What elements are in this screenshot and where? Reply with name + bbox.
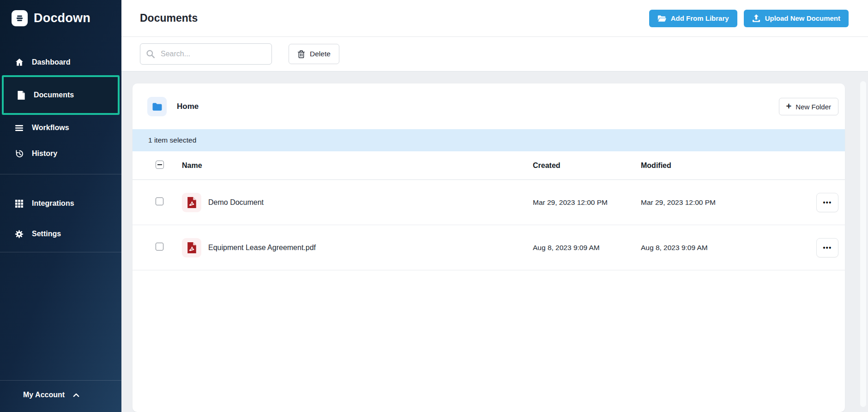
modified-date: Aug 8, 2023 9:09 AM bbox=[641, 244, 816, 252]
sidebar-item-label: History bbox=[32, 149, 57, 158]
sidebar-nav: Dashboard Documents bbox=[0, 49, 121, 252]
header-actions: Add From Library Upload New Document bbox=[649, 10, 849, 27]
sidebar-divider bbox=[0, 174, 121, 174]
delete-button-label: Delete bbox=[310, 50, 331, 58]
column-header-name[interactable]: Name bbox=[182, 161, 533, 170]
active-item-highlight: Documents bbox=[2, 75, 120, 115]
grid-icon bbox=[14, 199, 24, 209]
scrollbar[interactable] bbox=[860, 81, 867, 407]
upload-icon bbox=[752, 14, 760, 22]
ellipsis-icon: ••• bbox=[823, 199, 832, 206]
plus-icon: + bbox=[786, 102, 792, 111]
sidebar-item-label: Documents bbox=[34, 91, 74, 99]
sidebar-item-label: Workflows bbox=[32, 124, 69, 132]
list-icon bbox=[14, 123, 24, 133]
my-account-button[interactable]: My Account bbox=[0, 380, 121, 412]
sidebar-divider bbox=[0, 252, 121, 252]
column-header-modified[interactable]: Modified bbox=[641, 161, 816, 170]
home-icon bbox=[14, 58, 24, 67]
app-logo[interactable]: Docdown bbox=[0, 0, 121, 26]
table-row[interactable]: Equipment Lease Agreement.pdf Aug 8, 202… bbox=[133, 225, 845, 270]
chevron-up-icon bbox=[73, 393, 79, 397]
page-header: Documents Add From Library bbox=[121, 0, 868, 37]
select-all-checkbox[interactable] bbox=[156, 161, 164, 169]
content-area: Home + New Folder 1 item selected Name C… bbox=[121, 72, 868, 412]
new-folder-label: New Folder bbox=[796, 103, 831, 111]
table-header-row: Name Created Modified bbox=[133, 151, 845, 180]
panel-header: Home + New Folder bbox=[133, 84, 845, 129]
row-actions-button[interactable]: ••• bbox=[816, 193, 838, 212]
modified-date: Mar 29, 2023 12:00 PM bbox=[641, 198, 816, 207]
search-box bbox=[140, 43, 272, 65]
pdf-file-icon bbox=[182, 193, 201, 212]
main-area: Documents Add From Library bbox=[121, 0, 868, 412]
breadcrumb[interactable]: Home bbox=[147, 97, 199, 116]
document-name[interactable]: Demo Document bbox=[208, 198, 533, 207]
add-from-library-button[interactable]: Add From Library bbox=[649, 10, 737, 27]
table-row[interactable]: Demo Document Mar 29, 2023 12:00 PM Mar … bbox=[133, 180, 845, 225]
document-name[interactable]: Equipment Lease Agreement.pdf bbox=[208, 244, 533, 252]
history-icon bbox=[14, 149, 24, 159]
created-date: Mar 29, 2023 12:00 PM bbox=[533, 198, 641, 207]
sidebar-item-documents[interactable]: Documents bbox=[4, 77, 118, 113]
sidebar-item-settings[interactable]: Settings bbox=[0, 219, 121, 249]
documents-panel: Home + New Folder 1 item selected Name C… bbox=[133, 84, 845, 412]
created-date: Aug 8, 2023 9:09 AM bbox=[533, 244, 641, 252]
pdf-file-icon bbox=[182, 238, 201, 257]
sidebar-item-workflows[interactable]: Workflows bbox=[0, 115, 121, 141]
add-from-library-label: Add From Library bbox=[671, 14, 729, 22]
app-root: Docdown Dashboard bbox=[0, 0, 868, 412]
folder-icon bbox=[147, 97, 167, 116]
new-folder-button[interactable]: + New Folder bbox=[779, 98, 838, 115]
docdown-logo-icon bbox=[12, 10, 28, 26]
sidebar-item-label: Integrations bbox=[32, 199, 74, 208]
folder-open-icon bbox=[657, 15, 666, 22]
app-name: Docdown bbox=[34, 11, 90, 25]
sidebar-item-integrations[interactable]: Integrations bbox=[0, 188, 121, 219]
current-folder-name: Home bbox=[177, 102, 199, 111]
row-actions-button[interactable]: ••• bbox=[816, 238, 838, 257]
sidebar-item-label: Dashboard bbox=[32, 58, 71, 66]
row-checkbox[interactable] bbox=[156, 243, 163, 251]
sidebar-item-history[interactable]: History bbox=[0, 141, 121, 167]
gear-icon bbox=[14, 229, 24, 239]
toolbar: Delete bbox=[121, 37, 868, 72]
trash-icon bbox=[297, 50, 305, 59]
document-icon bbox=[16, 90, 26, 100]
sidebar-item-dashboard[interactable]: Dashboard bbox=[0, 49, 121, 75]
page-title: Documents bbox=[140, 12, 198, 24]
delete-button[interactable]: Delete bbox=[289, 44, 339, 64]
my-account-label: My Account bbox=[23, 391, 65, 399]
upload-new-document-button[interactable]: Upload New Document bbox=[744, 10, 849, 27]
upload-new-document-label: Upload New Document bbox=[765, 14, 840, 22]
search-icon bbox=[146, 49, 155, 59]
sidebar: Docdown Dashboard bbox=[0, 0, 121, 412]
column-header-created[interactable]: Created bbox=[533, 161, 641, 170]
search-input[interactable] bbox=[140, 43, 272, 65]
selection-status-text: 1 item selected bbox=[148, 136, 196, 144]
sidebar-item-label: Settings bbox=[32, 230, 61, 238]
selection-status-bar: 1 item selected bbox=[133, 129, 845, 151]
row-checkbox[interactable] bbox=[156, 197, 163, 205]
ellipsis-icon: ••• bbox=[823, 245, 832, 251]
